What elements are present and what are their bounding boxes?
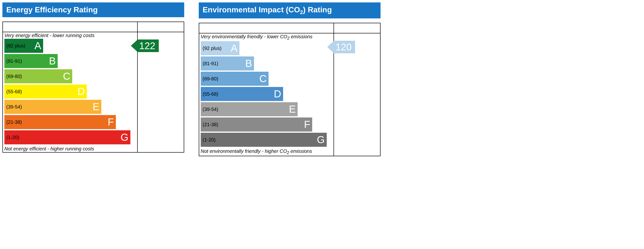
bars-area-right: (92 plus)A(81-91)B(69-80)C(55-68)D(39-54… bbox=[199, 41, 334, 147]
rating-band-row: (39-54)E bbox=[201, 102, 332, 116]
pointer-arrow-icon bbox=[327, 41, 334, 53]
rating-band-c: (69-80)C bbox=[4, 69, 72, 83]
bottom-caption-left: Not energy efficient - higher running co… bbox=[3, 146, 137, 152]
rating-band-b: (81-91)B bbox=[4, 54, 58, 68]
band-letter: C bbox=[63, 71, 70, 81]
rating-band-a: (92 plus)A bbox=[201, 41, 240, 55]
band-letter: E bbox=[92, 102, 100, 112]
band-range: (39-54) bbox=[203, 107, 218, 112]
band-letter: D bbox=[274, 89, 281, 99]
chart-bars-column-left: Very energy efficient - lower running co… bbox=[3, 22, 138, 152]
rating-band-row: (92 plus)A bbox=[201, 41, 332, 55]
rating-band-row: (81-91)B bbox=[4, 54, 136, 68]
band-range: (21-38) bbox=[6, 119, 22, 125]
band-letter: B bbox=[245, 58, 252, 68]
chart-value-column-left: 122 bbox=[138, 22, 184, 152]
band-letter: G bbox=[317, 135, 325, 145]
title-post: ) Rating bbox=[303, 5, 332, 14]
band-range: (1-20) bbox=[6, 135, 19, 140]
rating-band-row: (55-68)D bbox=[4, 84, 136, 99]
bottom-caption-right: Not environmentally friendly - higher CO… bbox=[199, 148, 334, 156]
bars-area-left: (92 plus)A(81-91)B(69-80)C(55-68)D(39-54… bbox=[3, 39, 137, 144]
rating-band-row: (81-91)B bbox=[201, 56, 332, 70]
rating-band-row: (39-54)E bbox=[4, 100, 136, 114]
band-range: (81-91) bbox=[203, 61, 218, 66]
rating-band-g: (1-20)G bbox=[201, 133, 327, 147]
header-spacer bbox=[138, 22, 184, 32]
rating-band-e: (39-54)E bbox=[201, 102, 298, 116]
pointer-value-right: 120 bbox=[334, 41, 355, 53]
panel-title-left: Energy Efficiency Rating bbox=[2, 2, 184, 17]
band-letter: D bbox=[78, 86, 85, 97]
band-letter: F bbox=[304, 119, 310, 130]
rating-band-f: (21-38)F bbox=[4, 115, 116, 129]
rating-band-f: (21-38)F bbox=[201, 117, 312, 132]
chart-container-right: Very environmentally friendly - lower CO… bbox=[199, 23, 380, 156]
rating-band-row: (1-20)G bbox=[4, 130, 136, 144]
rating-band-row: (69-80)C bbox=[201, 72, 332, 86]
panel-title-right: Environmental Impact (CO2) Rating bbox=[199, 2, 380, 18]
rating-band-row: (92 plus)A bbox=[4, 39, 136, 53]
band-letter: F bbox=[108, 117, 114, 127]
band-range: (69-80) bbox=[6, 74, 22, 79]
band-range: (69-80) bbox=[203, 76, 218, 82]
band-range: (55-68) bbox=[203, 91, 218, 97]
band-range: (92 plus) bbox=[6, 43, 25, 49]
title-sub: 2 bbox=[300, 9, 303, 15]
rating-pointer-left: 122 bbox=[131, 39, 159, 52]
rating-band-row: (1-20)G bbox=[201, 133, 332, 147]
band-range: (1-20) bbox=[203, 137, 216, 143]
chart-value-column-right: 120 bbox=[334, 23, 380, 156]
header-spacer bbox=[199, 23, 334, 33]
environmental-impact-panel: Environmental Impact (CO2) Rating Very e… bbox=[199, 2, 380, 156]
band-range: (81-91) bbox=[6, 58, 22, 64]
rating-band-row: (69-80)C bbox=[4, 69, 136, 83]
band-letter: B bbox=[49, 56, 56, 66]
rating-band-d: (55-68)D bbox=[4, 84, 87, 99]
rating-band-e: (39-54)E bbox=[4, 100, 101, 114]
rating-band-b: (81-91)B bbox=[201, 56, 254, 70]
chart-bars-column-right: Very environmentally friendly - lower CO… bbox=[199, 23, 334, 156]
rating-band-row: (21-38)F bbox=[4, 115, 136, 129]
title-pre: Environmental Impact (CO bbox=[203, 5, 300, 14]
header-spacer bbox=[334, 23, 380, 33]
rating-band-a: (92 plus)A bbox=[4, 39, 43, 53]
band-range: (55-68) bbox=[6, 89, 22, 94]
chart-container-left: Very energy efficient - lower running co… bbox=[2, 21, 184, 153]
band-range: (39-54) bbox=[6, 104, 22, 110]
band-letter: A bbox=[34, 41, 41, 51]
band-letter: A bbox=[231, 43, 238, 53]
top-caption-left: Very energy efficient - lower running co… bbox=[3, 32, 137, 39]
band-range: (92 plus) bbox=[203, 45, 222, 51]
header-spacer bbox=[3, 22, 137, 32]
rating-band-row: (55-68)D bbox=[201, 87, 332, 101]
rating-pointer-right: 120 bbox=[327, 41, 355, 53]
rating-band-c: (69-80)C bbox=[201, 72, 268, 86]
top-caption-right: Very environmentally friendly - lower CO… bbox=[199, 33, 334, 41]
band-letter: C bbox=[259, 74, 266, 84]
energy-efficiency-panel: Energy Efficiency Rating Very energy eff… bbox=[2, 2, 184, 156]
pointer-arrow-icon bbox=[131, 39, 138, 52]
pointer-value-left: 122 bbox=[138, 39, 159, 52]
band-letter: G bbox=[120, 132, 128, 142]
rating-band-row: (21-38)F bbox=[201, 117, 332, 132]
rating-band-g: (1-20)G bbox=[4, 130, 130, 144]
rating-band-d: (55-68)D bbox=[201, 87, 283, 101]
band-letter: E bbox=[289, 104, 296, 114]
band-range: (21-38) bbox=[203, 122, 218, 127]
